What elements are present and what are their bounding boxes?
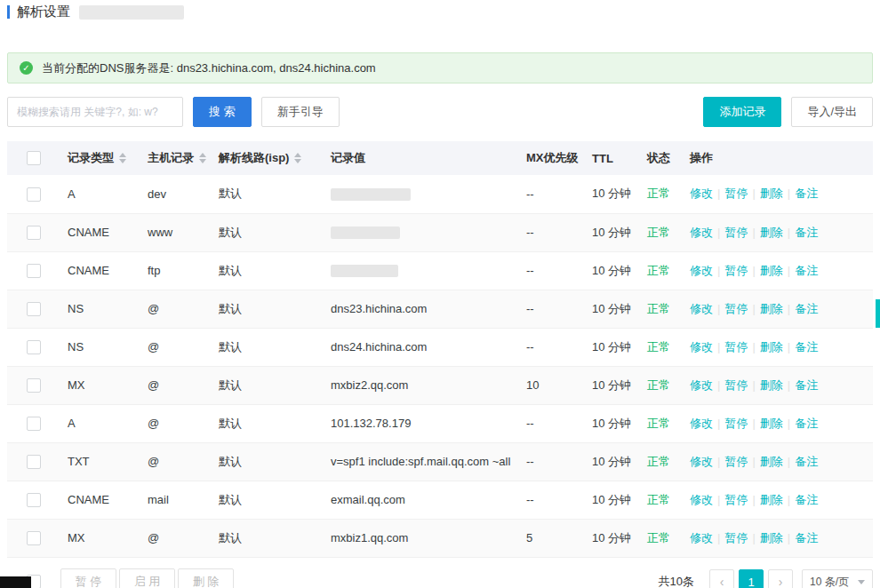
action-separator: | xyxy=(788,417,790,430)
action-separator: | xyxy=(717,493,720,506)
action-edit-link[interactable]: 修改 xyxy=(690,417,713,430)
row-checkbox[interactable] xyxy=(27,531,41,545)
batch-enable-button[interactable]: 启 用 xyxy=(119,568,175,588)
column-record-value: 记录值 xyxy=(331,151,365,164)
action-delete-link[interactable]: 删除 xyxy=(760,455,783,468)
action-pause-link[interactable]: 暂停 xyxy=(724,340,748,354)
action-delete-link[interactable]: 删除 xyxy=(760,302,783,315)
row-checkbox[interactable] xyxy=(27,302,41,316)
action-edit-link[interactable]: 修改 xyxy=(690,455,713,468)
action-pause-link[interactable]: 暂停 xyxy=(724,531,748,544)
action-edit-link[interactable]: 修改 xyxy=(690,187,713,200)
row-checkbox[interactable] xyxy=(27,378,41,393)
action-separator: | xyxy=(788,187,790,200)
action-separator: | xyxy=(752,455,755,468)
sort-icon[interactable] xyxy=(119,153,126,163)
action-delete-link[interactable]: 删除 xyxy=(760,226,783,239)
action-separator: | xyxy=(717,264,720,277)
action-delete-link[interactable]: 删除 xyxy=(760,417,783,430)
action-pause-link[interactable]: 暂停 xyxy=(724,455,748,468)
record-ttl: 10 分钟 xyxy=(592,531,631,544)
select-all-checkbox[interactable] xyxy=(27,151,41,165)
record-actions: 修改|暂停|删除|备注 xyxy=(683,251,873,290)
row-checkbox[interactable] xyxy=(27,493,41,507)
page-size-select[interactable]: 10 条/页 xyxy=(802,569,873,588)
action-separator: | xyxy=(717,187,720,200)
record-type: TXT xyxy=(68,455,90,468)
record-mx-priority: -- xyxy=(526,340,534,354)
record-type: CNAME xyxy=(68,264,109,277)
action-pause-link[interactable]: 暂停 xyxy=(724,264,748,277)
record-actions: 修改|暂停|删除|备注 xyxy=(683,175,873,213)
row-checkbox[interactable] xyxy=(27,264,41,278)
record-host: dev xyxy=(148,187,166,201)
record-mx-priority: -- xyxy=(526,302,534,315)
import-export-button[interactable]: 导入/导出 xyxy=(791,97,873,127)
action-edit-link[interactable]: 修改 xyxy=(690,340,713,354)
action-delete-link[interactable]: 删除 xyxy=(760,531,783,544)
dns-server-banner: ✓ 当前分配的DNS服务器是: dns23.hichina.com, dns24… xyxy=(7,52,873,83)
action-edit-link[interactable]: 修改 xyxy=(690,378,713,392)
record-mx-priority: 10 xyxy=(526,378,539,392)
action-pause-link[interactable]: 暂停 xyxy=(724,187,748,200)
action-remark-link[interactable]: 备注 xyxy=(795,417,818,430)
action-pause-link[interactable]: 暂停 xyxy=(724,302,748,315)
record-host: @ xyxy=(148,455,159,468)
action-pause-link[interactable]: 暂停 xyxy=(724,226,748,239)
action-delete-link[interactable]: 删除 xyxy=(760,340,783,354)
action-remark-link[interactable]: 备注 xyxy=(795,378,818,392)
action-remark-link[interactable]: 备注 xyxy=(795,264,818,277)
sort-icon[interactable] xyxy=(199,153,206,163)
action-delete-link[interactable]: 删除 xyxy=(760,264,783,277)
action-delete-link[interactable]: 删除 xyxy=(760,187,783,200)
action-remark-link[interactable]: 备注 xyxy=(795,302,818,315)
action-edit-link[interactable]: 修改 xyxy=(690,531,713,544)
action-separator: | xyxy=(752,226,755,239)
next-page-button[interactable]: › xyxy=(768,569,793,588)
action-edit-link[interactable]: 修改 xyxy=(690,264,713,277)
row-checkbox[interactable] xyxy=(27,340,41,354)
batch-delete-button[interactable]: 删 除 xyxy=(178,568,234,588)
action-remark-link[interactable]: 备注 xyxy=(795,531,818,544)
sort-icon[interactable] xyxy=(294,153,301,163)
row-checkbox[interactable] xyxy=(27,187,41,202)
table-row: CNAME mail 默认 exmail.qq.com -- 10 分钟 正常 … xyxy=(7,481,873,519)
action-edit-link[interactable]: 修改 xyxy=(690,493,713,506)
record-mx-priority: -- xyxy=(526,226,534,239)
action-edit-link[interactable]: 修改 xyxy=(690,226,713,239)
action-pause-link[interactable]: 暂停 xyxy=(724,417,748,430)
action-remark-link[interactable]: 备注 xyxy=(795,493,818,506)
prev-page-button[interactable]: ‹ xyxy=(709,569,734,588)
beginner-guide-button[interactable]: 新手引导 xyxy=(261,97,340,127)
batch-pause-button[interactable]: 暂 停 xyxy=(60,568,116,588)
action-pause-link[interactable]: 暂停 xyxy=(724,493,748,506)
action-remark-link[interactable]: 备注 xyxy=(795,455,818,468)
domain-name-redacted xyxy=(79,5,184,20)
row-checkbox[interactable] xyxy=(27,226,41,240)
current-page-button[interactable]: 1 xyxy=(739,569,764,588)
page-size-value: 10 条/页 xyxy=(810,575,849,588)
title-accent-bar xyxy=(7,5,10,19)
row-checkbox[interactable] xyxy=(27,417,41,431)
record-actions: 修改|暂停|删除|备注 xyxy=(683,519,873,557)
action-edit-link[interactable]: 修改 xyxy=(690,302,713,315)
column-mx-priority: MX优先级 xyxy=(526,151,579,164)
action-separator: | xyxy=(752,493,755,506)
search-input[interactable] xyxy=(7,97,183,127)
action-pause-link[interactable]: 暂停 xyxy=(724,378,748,392)
record-ttl: 10 分钟 xyxy=(592,264,631,277)
action-separator: | xyxy=(788,455,790,468)
add-record-button[interactable]: 添加记录 xyxy=(703,97,781,127)
record-value: dns23.hichina.com xyxy=(331,302,427,315)
record-type: CNAME xyxy=(68,493,109,506)
table-header-row: 记录类型 主机记录 解析线路(isp) 记录值 MX优先级 TTL 状态 操作 xyxy=(7,141,873,175)
table-row: MX @ 默认 mxbiz1.qq.com 5 10 分钟 正常 修改|暂停|删… xyxy=(7,519,873,557)
action-delete-link[interactable]: 删除 xyxy=(760,493,783,506)
search-button[interactable]: 搜 索 xyxy=(193,97,252,127)
action-remark-link[interactable]: 备注 xyxy=(795,340,818,354)
action-delete-link[interactable]: 删除 xyxy=(760,378,783,392)
action-remark-link[interactable]: 备注 xyxy=(795,187,818,200)
action-remark-link[interactable]: 备注 xyxy=(795,226,818,239)
scrollbar-thumb[interactable] xyxy=(876,299,880,328)
row-checkbox[interactable] xyxy=(27,455,41,469)
